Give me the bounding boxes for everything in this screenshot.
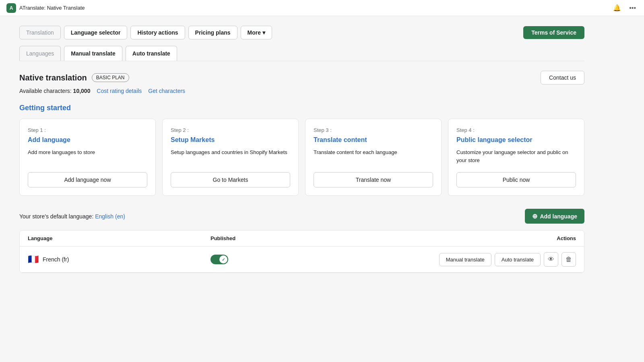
eye-icon: 👁	[548, 256, 554, 263]
language-cell: 🇫🇷 French (fr)	[28, 254, 211, 265]
language-name: French (fr)	[43, 256, 69, 263]
step-2-label: Step 2 :	[171, 127, 290, 133]
checkmark-icon: ✓	[222, 257, 225, 262]
app-icon: A	[6, 3, 16, 13]
step-card-1: Step 1 : Add language Add more languages…	[19, 119, 156, 196]
view-icon-button[interactable]: 👁	[544, 252, 558, 267]
toggle-knob: ✓	[219, 255, 227, 263]
steps-grid: Step 1 : Add language Add more languages…	[19, 119, 584, 196]
get-characters-link[interactable]: Get characters	[148, 88, 185, 94]
title-bar-left: A ATranslate: Native Translate	[6, 3, 85, 13]
languages-table: Language Published Actions 🇫🇷 French (fr…	[19, 230, 584, 273]
step-1-desc: Add more languages to store	[28, 148, 147, 164]
char-info: Available characters: 10,000 Cost rating…	[19, 88, 584, 94]
subtab-languages[interactable]: Languages	[19, 46, 61, 61]
step-3-desc: Translate content for each language	[314, 148, 433, 164]
title-bar: A ATranslate: Native Translate 🔔 •••	[0, 0, 644, 16]
published-toggle[interactable]: ✓	[211, 255, 228, 264]
trash-icon: 🗑	[566, 256, 572, 263]
default-lang-row: Your store's default language: English (…	[19, 209, 584, 224]
table-row: 🇫🇷 French (fr) ✓ Manual translate Auto t…	[20, 247, 584, 273]
cost-rating-link[interactable]: Cost rating details	[97, 88, 142, 94]
step-4-desc: Customize your language selector and pub…	[456, 148, 576, 164]
main-content: Translation Language selector History ac…	[0, 16, 604, 283]
default-lang-link[interactable]: English (en)	[95, 213, 125, 220]
subtab-manual-translate[interactable]: Manual translate	[64, 46, 122, 61]
section-header: Native translation BASIC PLAN Contact us	[19, 71, 584, 84]
nav-tabs: Translation Language selector History ac…	[19, 26, 584, 39]
step-1-button[interactable]: Add language now	[28, 172, 147, 187]
plan-badge: BASIC PLAN	[92, 73, 129, 82]
step-2-button[interactable]: Go to Markets	[171, 172, 290, 187]
title-bar-icons: 🔔 •••	[611, 2, 638, 13]
tab-more[interactable]: More ▾	[241, 26, 272, 39]
app-title: ATranslate: Native Translate	[19, 5, 85, 11]
step-3-title: Translate content	[314, 136, 433, 144]
add-language-button[interactable]: ⊕ Add language	[525, 209, 584, 224]
subtab-auto-translate[interactable]: Auto translate	[126, 46, 177, 61]
step-1-label: Step 1 :	[28, 127, 147, 133]
step-card-2: Step 2 : Setup Markets Setup languages a…	[162, 119, 299, 196]
section-title: Native translation	[19, 73, 87, 82]
step-card-4: Step 4 : Public language selector Custom…	[448, 119, 584, 196]
col-header-published: Published	[211, 235, 393, 241]
col-header-language: Language	[28, 235, 211, 241]
terms-of-service-button[interactable]: Terms of Service	[523, 26, 584, 39]
contact-us-button[interactable]: Contact us	[541, 71, 584, 84]
step-3-label: Step 3 :	[314, 127, 433, 133]
tab-language-selector[interactable]: Language selector	[64, 26, 128, 39]
step-4-title: Public language selector	[456, 136, 576, 144]
sub-tabs: Languages Manual translate Auto translat…	[19, 46, 584, 61]
delete-icon-button[interactable]: 🗑	[561, 252, 576, 267]
auto-translate-row-button[interactable]: Auto translate	[495, 253, 541, 266]
step-1-title: Add language	[28, 136, 147, 144]
step-card-3: Step 3 : Translate content Translate con…	[305, 119, 442, 196]
manual-translate-row-button[interactable]: Manual translate	[439, 253, 491, 266]
col-header-actions: Actions	[393, 235, 576, 241]
step-2-title: Setup Markets	[171, 136, 290, 144]
table-header: Language Published Actions	[20, 230, 584, 247]
published-toggle-container: ✓	[211, 255, 393, 264]
step-4-label: Step 4 :	[456, 127, 576, 133]
default-lang-text: Your store's default language: English (…	[19, 213, 125, 220]
tab-translation[interactable]: Translation	[19, 26, 61, 39]
more-options-icon[interactable]: •••	[627, 3, 638, 13]
step-2-desc: Setup languages and countries in Shopify…	[171, 148, 290, 164]
section-title-row: Native translation BASIC PLAN	[19, 73, 129, 82]
step-4-button[interactable]: Public now	[456, 172, 576, 187]
french-flag: 🇫🇷	[28, 254, 39, 265]
tab-pricing-plans[interactable]: Pricing plans	[188, 26, 237, 39]
tab-history-actions[interactable]: History actions	[130, 26, 185, 39]
getting-started-title: Getting started	[19, 104, 584, 112]
notification-icon[interactable]: 🔔	[611, 2, 623, 13]
actions-cell: Manual translate Auto translate 👁 🗑	[393, 252, 576, 267]
step-3-button[interactable]: Translate now	[314, 172, 433, 187]
plus-circle-icon: ⊕	[532, 212, 537, 220]
